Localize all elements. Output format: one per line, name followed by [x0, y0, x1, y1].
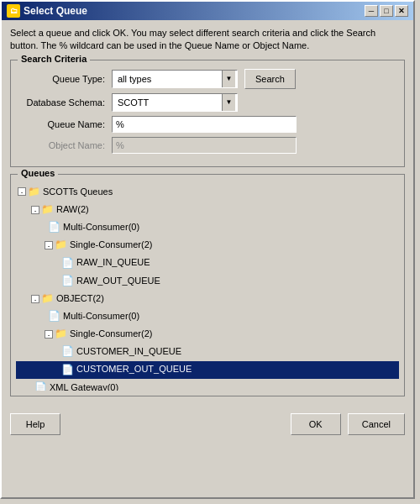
tree-label-raw-in: RAW_IN_QUEUE: [76, 255, 150, 270]
object-name-control-area: [112, 137, 396, 154]
tree-label-multi1: Multi-Consumer(0): [63, 220, 139, 235]
tree-toggle-scotts[interactable]: -: [18, 187, 26, 196]
tree-item-scotts[interactable]: - 📁 SCOTTs Queues: [16, 183, 399, 201]
window-icon: 🗂: [7, 4, 20, 18]
tree-item-single2[interactable]: - 📁 Single-Consumer(2): [16, 325, 399, 343]
queue-type-value: all types: [114, 74, 222, 84]
tree-label-cust-in: CUSTOMER_IN_QUEUE: [76, 344, 181, 360]
minimize-button[interactable]: ─: [365, 5, 378, 17]
database-schema-value: SCOTT: [114, 97, 222, 108]
queue-name-input[interactable]: [112, 116, 297, 133]
tree-item-raw[interactable]: - 📁 RAW(2): [16, 201, 399, 218]
tree-toggle-single2[interactable]: -: [45, 330, 53, 339]
tree-label-object: OBJECT(2): [56, 291, 104, 307]
folder-icon-single2: 📁: [55, 326, 67, 342]
tree-item-single1[interactable]: - 📁 Single-Consumer(2): [16, 236, 399, 254]
file-icon-xml: 📄: [34, 380, 47, 391]
tree-label-single2: Single-Consumer(2): [70, 327, 152, 342]
file-icon-cust-out: 📄: [61, 362, 74, 378]
search-criteria-group: Search Criteria Queue Type: all types ▼ …: [10, 60, 405, 167]
file-icon-raw-out: 📄: [61, 273, 74, 289]
window-title: Select Queue: [24, 5, 87, 17]
object-name-row: Object Name:: [19, 137, 396, 154]
tree-label-xml: XML Gateway(0): [50, 381, 118, 391]
maximize-button[interactable]: □: [380, 5, 393, 17]
folder-icon-single1: 📁: [55, 237, 67, 253]
queue-type-control-area: all types ▼ Search: [112, 69, 396, 89]
tree-item-raw-out[interactable]: 📄 RAW_OUT_QUEUE: [16, 272, 399, 290]
tree-label-cust-out: CUSTOMER_OUT_QUEUE: [76, 362, 192, 377]
window-content: Select a queue and click OK. You may sel…: [2, 20, 413, 408]
tree-label-multi2: Multi-Consumer(0): [63, 309, 139, 324]
tree-item-cust-in[interactable]: 📄 CUSTOMER_IN_QUEUE: [16, 343, 399, 360]
cancel-button[interactable]: Cancel: [348, 413, 405, 435]
title-bar-left: 🗂 Select Queue: [7, 4, 87, 18]
tree-label-raw: RAW(2): [56, 202, 89, 218]
queue-name-row: Queue Name:: [19, 116, 396, 133]
tree-label-single1: Single-Consumer(2): [70, 238, 152, 253]
tree-toggle-raw[interactable]: -: [31, 206, 39, 214]
database-schema-control-area: SCOTT ▼: [112, 93, 396, 112]
description-text: Select a queue and click OK. You may sel…: [10, 27, 405, 53]
queues-tree: - 📁 SCOTTs Queues - 📁 RAW(2) 📄 Multi-Con…: [16, 183, 399, 391]
database-schema-arrow[interactable]: ▼: [222, 94, 235, 111]
tree-item-cust-out[interactable]: 📄 CUSTOMER_OUT_QUEUE: [16, 361, 399, 379]
queue-name-control-area: [112, 116, 396, 133]
tree-item-raw-in[interactable]: 📄 RAW_IN_QUEUE: [16, 255, 399, 272]
database-schema-label: Database Schema:: [19, 97, 112, 108]
help-button[interactable]: Help: [10, 413, 60, 435]
search-criteria-label: Search Criteria: [18, 54, 90, 64]
queue-name-label: Queue Name:: [19, 119, 112, 129]
queue-type-arrow[interactable]: ▼: [222, 71, 235, 87]
file-icon-multi1: 📄: [48, 219, 60, 235]
bottom-buttons: Help OK Cancel: [2, 408, 413, 440]
tree-item-xml[interactable]: 📄 XML Gateway(0): [16, 379, 399, 391]
database-schema-select[interactable]: SCOTT ▼: [112, 93, 238, 112]
folder-icon-scotts: 📁: [28, 184, 40, 200]
tree-item-multi2[interactable]: 📄 Multi-Consumer(0): [16, 307, 399, 325]
folder-icon-object: 📁: [41, 291, 54, 307]
queues-group: Queues - 📁 SCOTTs Queues - 📁 RAW(2) 📄: [10, 174, 405, 396]
tree-toggle-single1[interactable]: -: [45, 241, 53, 249]
queues-group-label: Queues: [18, 168, 58, 178]
ok-cancel-group: OK Cancel: [291, 413, 405, 435]
title-bar-buttons: ─ □ ✕: [365, 5, 408, 17]
object-name-label: Object Name:: [19, 140, 112, 150]
title-bar: 🗂 Select Queue ─ □ ✕: [2, 2, 413, 20]
file-icon-raw-in: 📄: [61, 255, 74, 271]
object-name-input[interactable]: [112, 137, 297, 154]
close-button[interactable]: ✕: [395, 5, 408, 17]
queue-type-row: Queue Type: all types ▼ Search: [19, 69, 396, 89]
tree-item-multi1[interactable]: 📄 Multi-Consumer(0): [16, 218, 399, 236]
select-queue-window: 🗂 Select Queue ─ □ ✕ Select a queue and …: [0, 0, 415, 499]
ok-button[interactable]: OK: [291, 413, 341, 435]
queue-type-select[interactable]: all types ▼: [112, 70, 238, 88]
tree-toggle-object[interactable]: -: [31, 295, 39, 303]
tree-label-raw-out: RAW_OUT_QUEUE: [76, 274, 160, 289]
file-icon-multi2: 📄: [48, 308, 60, 324]
tree-item-object[interactable]: - 📁 OBJECT(2): [16, 290, 399, 307]
queue-type-label: Queue Type:: [19, 74, 112, 84]
search-button[interactable]: Search: [244, 69, 296, 89]
database-schema-row: Database Schema: SCOTT ▼: [19, 93, 396, 112]
folder-icon-raw: 📁: [41, 202, 54, 218]
tree-label-scotts: SCOTTs Queues: [43, 185, 113, 200]
file-icon-cust-in: 📄: [61, 344, 74, 360]
